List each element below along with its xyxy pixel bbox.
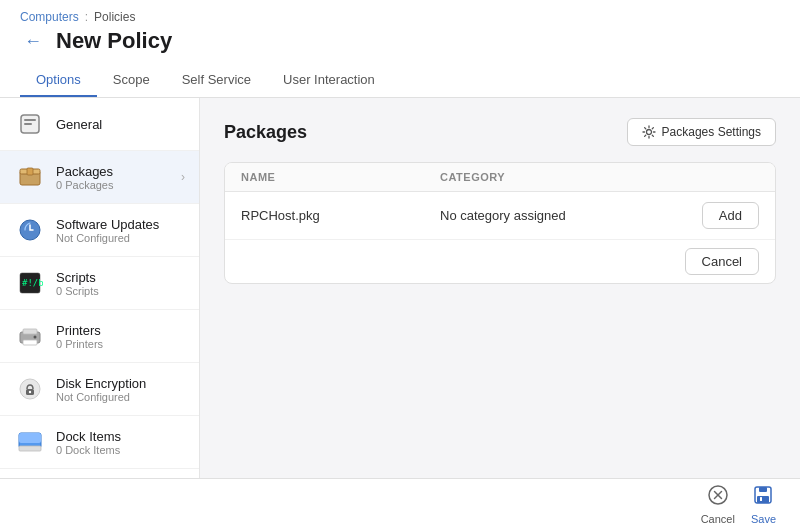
sidebar-item-packages[interactable]: Packages 0 Packages ›: [0, 151, 199, 204]
dock-items-icon: [14, 426, 46, 458]
sidebar-item-scripts-text: Scripts 0 Scripts: [56, 270, 185, 297]
breadcrumb-policies: Policies: [94, 10, 135, 24]
header: Computers : Policies ← New Policy Option…: [0, 0, 800, 98]
footer-save-label: Save: [751, 513, 776, 525]
svg-rect-25: [757, 496, 769, 503]
sidebar: General Packages 0 Packages ›: [0, 98, 200, 518]
col-header-name: NAME: [241, 171, 440, 183]
packages-title: Packages: [224, 122, 307, 143]
svg-point-12: [34, 336, 37, 339]
packages-icon: [14, 161, 46, 193]
col-header-category: CATEGORY: [440, 171, 639, 183]
svg-rect-24: [759, 487, 767, 492]
svg-text:#!/bin: #!/bin: [22, 278, 43, 288]
packages-chevron-icon: ›: [181, 170, 185, 184]
sidebar-item-packages-text: Packages 0 Packages: [56, 164, 181, 191]
sidebar-item-disk-encryption-label: Disk Encryption: [56, 376, 185, 391]
svg-rect-2: [24, 123, 32, 125]
software-updates-icon: [14, 214, 46, 246]
sidebar-item-disk-encryption-sublabel: Not Configured: [56, 391, 185, 403]
add-button[interactable]: Add: [702, 202, 759, 229]
table-header: NAME CATEGORY: [225, 163, 775, 192]
packages-settings-button[interactable]: Packages Settings: [627, 118, 776, 146]
packages-table: NAME CATEGORY RPCHost.pkg No category as…: [224, 162, 776, 284]
sidebar-item-printers-label: Printers: [56, 323, 185, 338]
sidebar-item-scripts[interactable]: #!/bin Scripts 0 Scripts: [0, 257, 199, 310]
svg-rect-26: [760, 497, 762, 501]
sidebar-item-general-label: General: [56, 117, 185, 132]
sidebar-item-printers-sublabel: 0 Printers: [56, 338, 185, 350]
main-content: Packages Packages Settings NAME CATEGORY…: [200, 98, 800, 518]
footer-save-button[interactable]: Save: [751, 484, 776, 525]
svg-rect-11: [23, 340, 37, 345]
disk-encryption-icon: [14, 373, 46, 405]
breadcrumb-computers[interactable]: Computers: [20, 10, 79, 24]
sidebar-item-dock-items-text: Dock Items 0 Dock Items: [56, 429, 185, 456]
sidebar-item-disk-encryption-text: Disk Encryption Not Configured: [56, 376, 185, 403]
sidebar-item-printers-text: Printers 0 Printers: [56, 323, 185, 350]
sidebar-item-dock-items-label: Dock Items: [56, 429, 185, 444]
sidebar-item-software-updates-text: Software Updates Not Configured: [56, 217, 185, 244]
packages-settings-label: Packages Settings: [662, 125, 761, 139]
content-header: Packages Packages Settings: [224, 118, 776, 146]
sidebar-item-general-text: General: [56, 117, 185, 132]
svg-point-19: [646, 130, 651, 135]
sidebar-item-software-updates[interactable]: Software Updates Not Configured: [0, 204, 199, 257]
sidebar-item-packages-sublabel: 0 Packages: [56, 179, 181, 191]
tab-self-service[interactable]: Self Service: [166, 64, 267, 97]
sidebar-item-general[interactable]: General: [0, 98, 199, 151]
breadcrumb-separator: :: [85, 10, 88, 24]
back-button[interactable]: ←: [20, 28, 46, 54]
cancel-row: Cancel: [225, 240, 775, 283]
cancel-icon: [707, 484, 729, 511]
scripts-icon: #!/bin: [14, 267, 46, 299]
tab-bar: Options Scope Self Service User Interact…: [20, 64, 780, 97]
sidebar-item-dock-items[interactable]: Dock Items 0 Dock Items: [0, 416, 199, 469]
sidebar-item-software-updates-sublabel: Not Configured: [56, 232, 185, 244]
footer-cancel-button[interactable]: Cancel: [701, 484, 735, 525]
footer: Cancel Save: [0, 478, 800, 530]
title-row: ← New Policy: [20, 28, 780, 54]
package-category: No category assigned: [440, 208, 639, 223]
tab-scope[interactable]: Scope: [97, 64, 166, 97]
svg-rect-1: [24, 119, 36, 121]
package-name: RPCHost.pkg: [241, 208, 440, 223]
table-row: RPCHost.pkg No category assigned Add: [225, 192, 775, 240]
printers-icon: [14, 320, 46, 352]
sidebar-item-software-updates-label: Software Updates: [56, 217, 185, 232]
body-layout: General Packages 0 Packages ›: [0, 98, 800, 518]
sidebar-item-scripts-label: Scripts: [56, 270, 185, 285]
table-cancel-button[interactable]: Cancel: [685, 248, 759, 275]
sidebar-item-dock-items-sublabel: 0 Dock Items: [56, 444, 185, 456]
sidebar-item-printers[interactable]: Printers 0 Printers: [0, 310, 199, 363]
svg-rect-5: [27, 168, 33, 175]
tab-user-interaction[interactable]: User Interaction: [267, 64, 391, 97]
footer-cancel-label: Cancel: [701, 513, 735, 525]
sidebar-item-scripts-sublabel: 0 Scripts: [56, 285, 185, 297]
svg-rect-10: [23, 329, 37, 334]
general-icon: [14, 108, 46, 140]
page-title: New Policy: [56, 28, 172, 54]
svg-rect-17: [19, 433, 41, 443]
svg-point-15: [29, 391, 31, 393]
sidebar-item-packages-label: Packages: [56, 164, 181, 179]
gear-icon: [642, 125, 656, 139]
save-icon: [752, 484, 774, 511]
svg-rect-18: [19, 446, 41, 451]
sidebar-item-disk-encryption[interactable]: Disk Encryption Not Configured: [0, 363, 199, 416]
tab-options[interactable]: Options: [20, 64, 97, 97]
breadcrumb: Computers : Policies: [20, 10, 780, 24]
